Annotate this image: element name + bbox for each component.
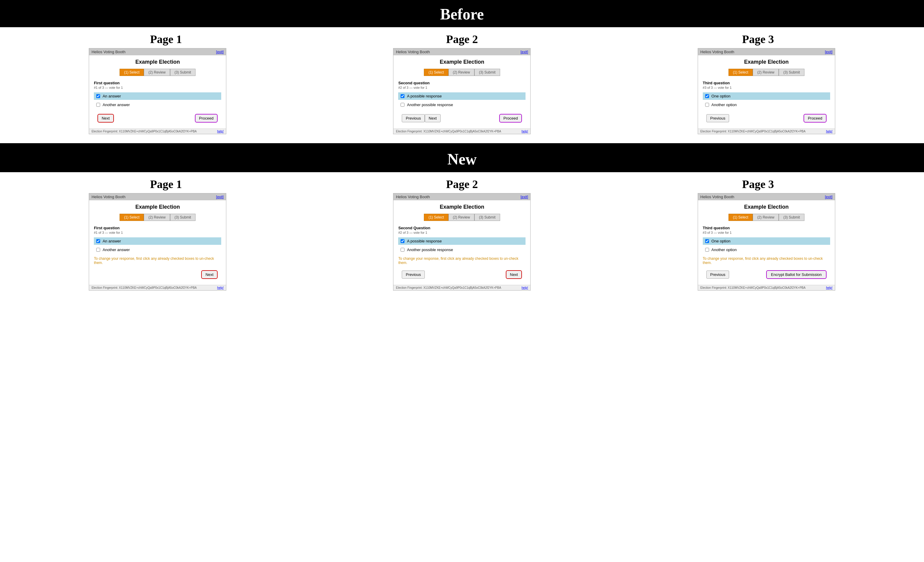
new-screen-page3: Helios Voting Booth [exit] Example Elect… [698, 193, 835, 291]
before-p1-tab-review[interactable]: (2) Review [144, 69, 170, 76]
before-p2-step-tabs: (1) Select (2) Review (3) Submit [398, 69, 525, 76]
before-p2-answer-1-checkbox[interactable] [400, 94, 405, 98]
new-p3-tab-review[interactable]: (2) Review [753, 214, 779, 221]
before-p3-help-link[interactable]: help! [826, 130, 832, 133]
new-p3-question-subtitle: #3 of 3 — vote for 1 [703, 231, 830, 234]
new-p2-answer-2-checkbox[interactable] [400, 248, 405, 252]
new-p2-footer: Previous Next [398, 268, 525, 281]
before-p2-answer-2[interactable]: Another possible response [398, 101, 525, 108]
before-p2-fingerprint-text: Election Fingerprint: X110MVZKE+chWCyQa9… [396, 130, 501, 133]
before-p2-tab-review[interactable]: (2) Review [448, 69, 474, 76]
before-p1-answer-2-checkbox[interactable] [96, 103, 100, 107]
new-p3-encrypt-button[interactable]: Encrypt Ballot for Submission [766, 270, 826, 279]
before-p2-tab-submit[interactable]: (3) Submit [474, 69, 500, 76]
new-p1-question-subtitle: #1 of 3 — vote for 1 [94, 231, 221, 234]
new-p2-answer-1[interactable]: A possible response [398, 237, 525, 245]
new-p1-answer-1[interactable]: An answer [94, 237, 221, 245]
before-p3-topbar: Helios Voting Booth [exit] [698, 48, 835, 55]
new-p3-tab-submit[interactable]: (3) Submit [779, 214, 804, 221]
new-p3-answer-1-text: One option [711, 239, 730, 243]
before-p3-tab-select[interactable]: (1) Select [729, 69, 753, 76]
new-p3-previous-button[interactable]: Previous [706, 271, 729, 279]
new-p1-answer-1-text: An answer [102, 239, 121, 243]
before-p3-answer-1[interactable]: One option [703, 92, 830, 100]
before-p1-help-link[interactable]: help! [217, 130, 224, 133]
new-p2-tab-review[interactable]: (2) Review [448, 214, 474, 221]
new-p2-tab-submit[interactable]: (3) Submit [474, 214, 500, 221]
new-p2-previous-button[interactable]: Previous [402, 271, 425, 279]
before-p3-exit-link[interactable]: [exit] [825, 50, 832, 54]
before-p2-body: Example Election (1) Select (2) Review (… [393, 55, 530, 129]
new-p3-exit-link[interactable]: [exit] [825, 195, 832, 199]
before-p2-tab-select[interactable]: (1) Select [424, 69, 448, 76]
new-p1-step-tabs: (1) Select (2) Review (3) Submit [94, 214, 221, 221]
before-p3-fingerprint-text: Election Fingerprint: X110MVZKE+chWCyQa9… [700, 130, 806, 133]
before-p2-answer-1[interactable]: A possible response [398, 92, 525, 100]
before-p3-tab-submit[interactable]: (3) Submit [779, 69, 804, 76]
before-p2-exit-link[interactable]: [exit] [520, 50, 528, 54]
new-p2-tab-select[interactable]: (1) Select [424, 214, 448, 221]
before-p2-answer-2-text: Another possible response [407, 102, 453, 107]
before-p1-step-tabs: (1) Select (2) Review (3) Submit [94, 69, 221, 76]
new-p3-footer: Previous Encrypt Ballot for Submission [703, 268, 830, 281]
new-p3-answer-2[interactable]: Another option [703, 246, 830, 253]
before-p2-next-button[interactable]: Next [425, 114, 441, 122]
before-p2-proceed-button[interactable]: Proceed [499, 114, 522, 123]
new-p1-tab-submit[interactable]: (3) Submit [170, 214, 195, 221]
new-p1-answer-1-checkbox[interactable] [96, 239, 100, 243]
new-p3-help-link[interactable]: help! [826, 286, 832, 289]
new-p1-tab-select[interactable]: (1) Select [120, 214, 144, 221]
before-p1-proceed-button[interactable]: Proceed [195, 114, 218, 123]
before-p3-question-subtitle: #3 of 3 — vote for 1 [703, 86, 830, 89]
new-p2-election-title: Example Election [398, 204, 525, 210]
before-page-labels-row: Page 1 Page 2 Page 3 [0, 27, 924, 48]
before-p2-answer-2-checkbox[interactable] [400, 103, 405, 107]
before-p3-step-tabs: (1) Select (2) Review (3) Submit [703, 69, 830, 76]
before-p1-tab-select[interactable]: (1) Select [120, 69, 144, 76]
new-p2-help-link[interactable]: help! [522, 286, 528, 289]
before-p3-answer-1-checkbox[interactable] [705, 94, 709, 98]
before-p1-answer-2-text: Another answer [102, 102, 130, 107]
new-p2-answer-1-checkbox[interactable] [400, 239, 405, 243]
new-p1-answer-2-checkbox[interactable] [96, 248, 100, 252]
new-p2-answer-1-text: A possible response [407, 239, 441, 243]
before-p1-answer-2[interactable]: Another answer [94, 101, 221, 108]
before-p1-answer-1[interactable]: An answer [94, 92, 221, 100]
new-p3-app-title: Helios Voting Booth [700, 195, 734, 199]
new-p2-answer-2-text: Another possible response [407, 247, 453, 252]
before-p3-answer-2[interactable]: Another option [703, 101, 830, 108]
new-p1-tab-review[interactable]: (2) Review [144, 214, 170, 221]
before-p3-previous-button[interactable]: Previous [706, 114, 729, 122]
new-p1-help-link[interactable]: help! [217, 286, 224, 289]
before-p1-exit-link[interactable]: [exit] [216, 50, 224, 54]
new-p1-exit-link[interactable]: [exit] [216, 195, 224, 199]
new-p1-next-button[interactable]: Next [201, 270, 218, 279]
new-p3-tab-select[interactable]: (1) Select [729, 214, 753, 221]
new-p2-answer-2[interactable]: Another possible response [398, 246, 525, 253]
before-p2-help-link[interactable]: help! [522, 130, 528, 133]
new-p1-warning: To change your response, first click any… [94, 256, 221, 265]
new-p2-next-button[interactable]: Next [506, 270, 522, 279]
before-p3-tab-review[interactable]: (2) Review [753, 69, 779, 76]
before-p3-proceed-button[interactable]: Proceed [804, 114, 826, 123]
new-p2-exit-link[interactable]: [exit] [520, 195, 528, 199]
before-p3-answer-2-checkbox[interactable] [705, 103, 709, 107]
before-p2-app-title: Helios Voting Booth [396, 49, 430, 54]
new-p3-answer-1-checkbox[interactable] [705, 239, 709, 243]
before-p3-app-title: Helios Voting Booth [700, 49, 734, 54]
new-p3-answer-1[interactable]: One option [703, 237, 830, 245]
new-p2-topbar: Helios Voting Booth [exit] [393, 193, 530, 200]
before-p1-answer-1-checkbox[interactable] [96, 94, 100, 98]
before-p2-previous-button[interactable]: Previous [402, 114, 425, 122]
new-p3-answer-2-checkbox[interactable] [705, 248, 709, 252]
new-p2-warning: To change your response, first click any… [398, 256, 525, 265]
new-p3-body: Example Election (1) Select (2) Review (… [698, 200, 835, 285]
new-p3-warning: To change your response, first click any… [703, 256, 830, 265]
before-p1-tab-submit[interactable]: (3) Submit [170, 69, 195, 76]
before-p1-next-button[interactable]: Next [98, 114, 114, 123]
new-p2-body: Example Election (1) Select (2) Review (… [393, 200, 530, 285]
new-p1-answer-2[interactable]: Another answer [94, 246, 221, 253]
new-p3-fingerprint-bar: Election Fingerprint: X110MVZKE+chWCyQa9… [698, 285, 835, 290]
before-p1-answer-1-text: An answer [102, 94, 121, 98]
before-p2-topbar: Helios Voting Booth [exit] [393, 48, 530, 55]
